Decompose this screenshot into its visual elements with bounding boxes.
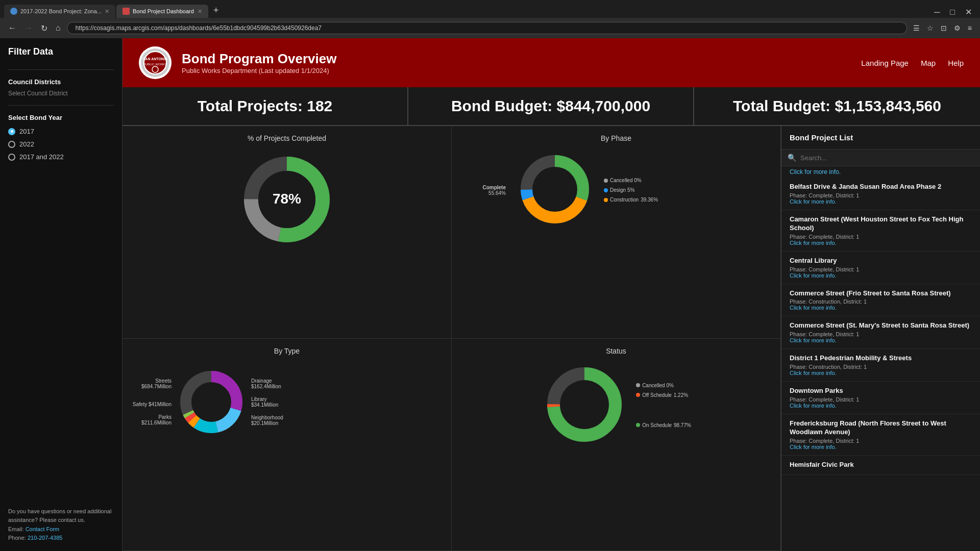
nav-help[interactable]: Help — [948, 59, 964, 67]
chart-status-title: Status — [606, 347, 626, 355]
stat-total-budget-text: Total Budget: $1,153,843,560 — [733, 97, 941, 115]
screenshot-icon[interactable]: ⊡ — [939, 23, 949, 33]
browser-tab-2[interactable]: Bond Project Dashboard ✕ — [116, 5, 208, 18]
project-name: Fredericksburg Road (North Flores Street… — [790, 419, 972, 437]
charts-projects-row: % of Projects Completed 78% — [122, 126, 980, 551]
project-item[interactable]: Downtown Parks Phase: Complete, District… — [781, 382, 980, 414]
by-phase-content: Complete 55.64% — [460, 148, 772, 232]
click-for-more-top[interactable]: Click for more info. — [781, 166, 980, 178]
project-meta: Phase: Complete, District: 1 — [790, 331, 972, 337]
nav-map[interactable]: Map — [921, 59, 936, 67]
type-donut-svg — [176, 361, 247, 443]
footer-question: Do you have questions or need additional… — [8, 507, 114, 525]
nav-landing-page[interactable]: Landing Page — [861, 59, 909, 67]
radio-2022[interactable]: 2022 — [8, 140, 114, 148]
project-list-panel: Bond Project List 🔍 Click for more info.… — [781, 126, 980, 551]
project-name: Hemisfair Civic Park — [790, 461, 972, 469]
sidebar: Filter Data Council Districts Select Cou… — [0, 38, 122, 551]
radio-dot-2022 — [8, 141, 15, 148]
phone-link[interactable]: 210-207-4385 — [28, 535, 63, 541]
minimize-button[interactable]: ─ — [930, 7, 944, 18]
bookmark-icon[interactable]: ☆ — [925, 23, 936, 33]
status-offschedule-item: Off Schedule 1.22% — [636, 392, 691, 398]
sidebar-footer: Do you have questions or need additional… — [8, 507, 114, 543]
main-content: SAN ANTONIO PUBLIC WORKS Bond Program Ov… — [122, 38, 980, 551]
project-item[interactable]: Fredericksburg Road (North Flores Street… — [781, 414, 980, 456]
project-item[interactable]: Camaron Street (West Houston Street to F… — [781, 210, 980, 252]
maximize-button[interactable]: □ — [946, 7, 959, 18]
forward-button[interactable]: → — [22, 21, 35, 35]
charts-grid: % of Projects Completed 78% — [122, 126, 781, 551]
phase-construction-item: Construction 39.36% — [604, 197, 658, 203]
refresh-button[interactable]: ↻ — [39, 21, 50, 35]
tab-close-1[interactable]: ✕ — [105, 8, 109, 15]
council-districts-placeholder[interactable]: Select Council District — [8, 90, 114, 97]
project-name: Camaron Street (West Houston Street to F… — [790, 215, 972, 233]
type-labels-right: Drainage$162.4Million Library$34.1Millio… — [251, 378, 292, 426]
browser-tabs: 2017-2022 Bond Project: Zona... ✕ Bond P… — [0, 0, 980, 18]
project-link[interactable]: Click for more info. — [790, 370, 972, 376]
settings-icon[interactable]: ≡ — [966, 23, 974, 33]
project-link[interactable]: Click for more info. — [790, 305, 972, 311]
header-subtitle: Public Works Department (Last updated 1/… — [182, 67, 336, 74]
project-item[interactable]: District 1 Pedestrian Mobility & Streets… — [781, 349, 980, 382]
stat-bond-budget-value: $844,700,000 — [557, 97, 651, 114]
project-link[interactable]: Click for more info. — [790, 272, 972, 279]
project-item[interactable]: Belfast Drive & Janda Susan Road Area Ph… — [781, 178, 980, 210]
phase-labels-right: Cancelled 0% Design 5% Construction 39.3… — [604, 178, 658, 203]
header-logo-inner: SAN ANTONIO PUBLIC WORKS — [141, 48, 169, 77]
radio-2017-2022[interactable]: 2017 and 2022 — [8, 153, 114, 161]
status-labels: Cancelled 0% Off Schedule 1.22% On Sched… — [636, 383, 691, 428]
project-link[interactable]: Click for more info. — [790, 403, 972, 409]
project-item[interactable]: Commerce Street (Frio Street to Santa Ro… — [781, 284, 980, 317]
radio-label-2022: 2022 — [19, 140, 34, 148]
project-name: Commerce Street (St. Mary's Street to Sa… — [790, 321, 972, 330]
tab-title-1: 2017-2022 Bond Project: Zona... — [20, 8, 102, 14]
window-controls: ─ □ ✕ — [930, 6, 976, 18]
phase-construction-dot — [604, 198, 608, 202]
stat-total-projects: Total Projects: 182 — [122, 87, 408, 125]
chart-projects-completed: % of Projects Completed 78% — [122, 126, 452, 339]
project-item[interactable]: Hemisfair Civic Park — [781, 456, 980, 475]
project-name: Belfast Drive & Janda Susan Road Area Ph… — [790, 183, 972, 191]
stat-total-budget: Total Budget: $1,153,843,560 — [694, 87, 980, 125]
project-item[interactable]: Central Library Phase: Complete, Distric… — [781, 252, 980, 284]
project-name: Commerce Street (Frio Street to Santa Ro… — [790, 289, 972, 298]
status-cancelled-text: Cancelled 0% — [642, 383, 674, 388]
tab-close-2[interactable]: ✕ — [198, 8, 202, 15]
svg-text:SAN ANTONIO: SAN ANTONIO — [143, 57, 168, 61]
project-link[interactable]: Click for more info. — [790, 444, 972, 450]
extensions-icon[interactable]: ⚙ — [952, 23, 963, 33]
status-offschedule-dot — [636, 393, 640, 397]
type-neighborhood-label: Neighborhood$20.1Million — [251, 415, 292, 426]
sidebar-title: Filter Data — [8, 46, 114, 57]
project-name: Central Library — [790, 257, 972, 265]
status-donut-wrapper — [541, 361, 628, 449]
chart-projects-completed-title: % of Projects Completed — [248, 134, 326, 142]
type-safety-label: Safety $41Million — [131, 402, 172, 407]
radio-dot-2017-2022 — [8, 154, 15, 161]
status-cancelled-dot — [636, 383, 640, 387]
stat-total-projects-value: 182 — [307, 97, 332, 114]
project-item[interactable]: Commerce Street (St. Mary's Street to Sa… — [781, 316, 980, 349]
header-title-block: Bond Program Overview Public Works Depar… — [182, 51, 336, 74]
reader-mode-icon[interactable]: ☰ — [911, 23, 922, 33]
contact-form-link[interactable]: Contact Form — [26, 526, 60, 532]
address-bar[interactable]: https://cosagis.maps.arcgis.com/apps/das… — [67, 22, 907, 34]
project-link[interactable]: Click for more info. — [790, 337, 972, 343]
search-input[interactable] — [800, 154, 974, 162]
header-logo: SAN ANTONIO PUBLIC WORKS — [139, 46, 172, 79]
project-link[interactable]: Click for more info. — [790, 240, 972, 246]
home-button[interactable]: ⌂ — [54, 21, 63, 35]
project-link[interactable]: Click for more info. — [790, 198, 972, 205]
radio-label-2017: 2017 — [19, 128, 34, 135]
back-button[interactable]: ← — [6, 21, 18, 35]
phase-cancelled-text: Cancelled 0% — [610, 178, 642, 183]
new-tab-button[interactable]: + — [209, 3, 223, 18]
project-search: 🔍 — [781, 149, 980, 166]
radio-2017[interactable]: 2017 — [8, 128, 114, 135]
browser-tab-1[interactable]: 2017-2022 Bond Project: Zona... ✕ — [4, 5, 115, 18]
close-button[interactable]: ✕ — [961, 6, 976, 18]
project-meta: Phase: Complete, District: 1 — [790, 192, 972, 198]
divider-2 — [8, 105, 114, 106]
